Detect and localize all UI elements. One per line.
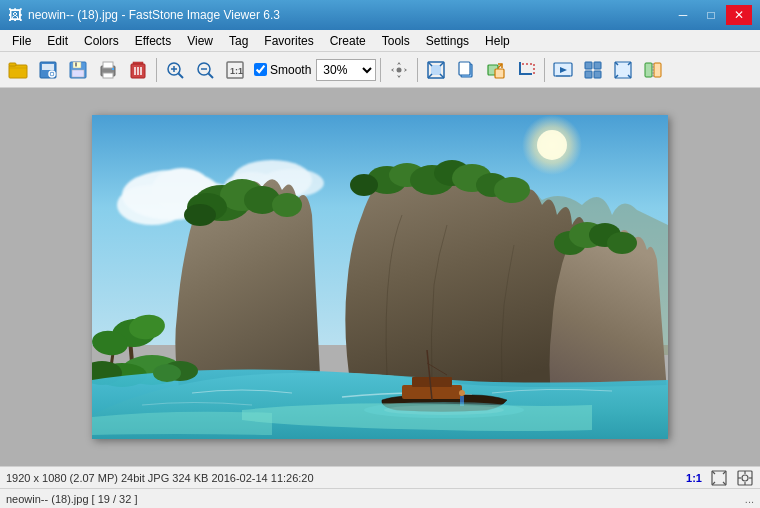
toolbar: 1:1 Smooth 5%10%15%20%25%30%40%50%75%100… [0, 52, 760, 88]
svg-rect-30 [431, 65, 441, 75]
svg-rect-40 [594, 71, 601, 78]
svg-line-25 [209, 73, 214, 78]
svg-rect-8 [72, 70, 84, 77]
menu-item-edit[interactable]: Edit [39, 32, 76, 50]
svg-rect-3 [42, 64, 54, 70]
menu-item-help[interactable]: Help [477, 32, 518, 50]
menu-item-favorites[interactable]: Favorites [256, 32, 321, 50]
menu-item-view[interactable]: View [179, 32, 221, 50]
svg-point-28 [397, 67, 402, 72]
fit-window-button[interactable] [422, 56, 450, 84]
print-button[interactable] [94, 56, 122, 84]
svg-point-87 [459, 390, 465, 396]
filename-text: neowin-- (18).jpg [ 19 / 32 ] [6, 493, 137, 505]
svg-text:1:1: 1:1 [230, 66, 243, 76]
title-text: neowin-- (18).jpg - FastStone Image View… [28, 8, 280, 22]
status-right: 1:1 [686, 469, 754, 487]
svg-point-47 [537, 130, 567, 160]
svg-rect-84 [412, 377, 452, 387]
svg-rect-13 [112, 68, 114, 70]
minimize-button[interactable]: ─ [670, 5, 696, 25]
svg-point-69 [494, 177, 530, 203]
menu-item-tools[interactable]: Tools [374, 32, 418, 50]
svg-rect-11 [103, 62, 113, 68]
svg-point-62 [184, 204, 216, 226]
title-bar: 🖼 neowin-- (18).jpg - FastStone Image Vi… [0, 0, 760, 30]
status-info: 1920 x 1080 (2.07 MP) 24bit JPG 324 KB 2… [6, 472, 314, 484]
menu-item-create[interactable]: Create [322, 32, 374, 50]
svg-point-61 [272, 193, 302, 217]
svg-point-70 [350, 174, 378, 196]
separator-3 [417, 58, 418, 82]
svg-line-22 [179, 73, 184, 78]
compare-button[interactable] [639, 56, 667, 84]
svg-point-95 [742, 475, 748, 481]
svg-rect-34 [495, 69, 504, 78]
fullscreen-button[interactable] [609, 56, 637, 84]
dots-indicator: ... [745, 493, 754, 505]
thumbnail-button[interactable] [579, 56, 607, 84]
separator-1 [156, 58, 157, 82]
svg-point-74 [607, 232, 637, 254]
svg-rect-0 [9, 65, 27, 78]
menu-bar: FileEditColorsEffectsViewTagFavoritesCre… [0, 30, 760, 52]
copy-button[interactable] [452, 56, 480, 84]
zoom-in-button[interactable] [161, 56, 189, 84]
svg-rect-37 [585, 62, 592, 69]
scene-svg [92, 115, 668, 439]
svg-rect-42 [645, 63, 652, 77]
image-display [92, 115, 668, 439]
menu-item-colors[interactable]: Colors [76, 32, 127, 50]
zoom-select[interactable]: 5%10%15%20%25%30%40%50%75%100%150%200% [316, 59, 376, 81]
smooth-checkbox[interactable] [254, 63, 267, 76]
slideshow-button[interactable] [549, 56, 577, 84]
open-disk-button[interactable] [34, 56, 62, 84]
svg-rect-12 [103, 73, 113, 78]
zoom-out-button[interactable] [191, 56, 219, 84]
svg-rect-39 [585, 71, 592, 78]
menu-item-settings[interactable]: Settings [418, 32, 477, 50]
svg-rect-38 [594, 62, 601, 69]
svg-rect-1 [9, 63, 16, 66]
filename-bar: neowin-- (18).jpg [ 19 / 32 ] ... [0, 488, 760, 508]
zoom-indicator: 1:1 [686, 472, 702, 484]
svg-rect-43 [654, 63, 661, 77]
resize-button[interactable] [482, 56, 510, 84]
delete-button[interactable] [124, 56, 152, 84]
main-content [0, 88, 760, 466]
actual-size-button[interactable]: 1:1 [221, 56, 249, 84]
svg-point-5 [51, 72, 54, 75]
title-controls: ─ □ ✕ [670, 5, 752, 25]
separator-4 [544, 58, 545, 82]
fit-to-screen-status-button[interactable] [710, 469, 728, 487]
save-button[interactable] [64, 56, 92, 84]
menu-item-tag[interactable]: Tag [221, 32, 256, 50]
crop-button[interactable] [512, 56, 540, 84]
menu-item-effects[interactable]: Effects [127, 32, 179, 50]
title-left: 🖼 neowin-- (18).jpg - FastStone Image Vi… [8, 7, 280, 23]
svg-rect-9 [75, 62, 77, 66]
pan-button[interactable] [385, 56, 413, 84]
menu-item-file[interactable]: File [4, 32, 39, 50]
close-button[interactable]: ✕ [726, 5, 752, 25]
svg-rect-32 [459, 62, 470, 75]
display-settings-status-button[interactable] [736, 469, 754, 487]
svg-point-92 [153, 364, 181, 382]
smooth-label[interactable]: Smooth [270, 63, 311, 77]
status-bar: 1920 x 1080 (2.07 MP) 24bit JPG 324 KB 2… [0, 466, 760, 488]
app-icon: 🖼 [8, 7, 22, 23]
smooth-area: Smooth [254, 63, 311, 77]
maximize-button[interactable]: □ [698, 5, 724, 25]
svg-rect-36 [556, 75, 570, 77]
separator-2 [380, 58, 381, 82]
open-file-button[interactable] [4, 56, 32, 84]
